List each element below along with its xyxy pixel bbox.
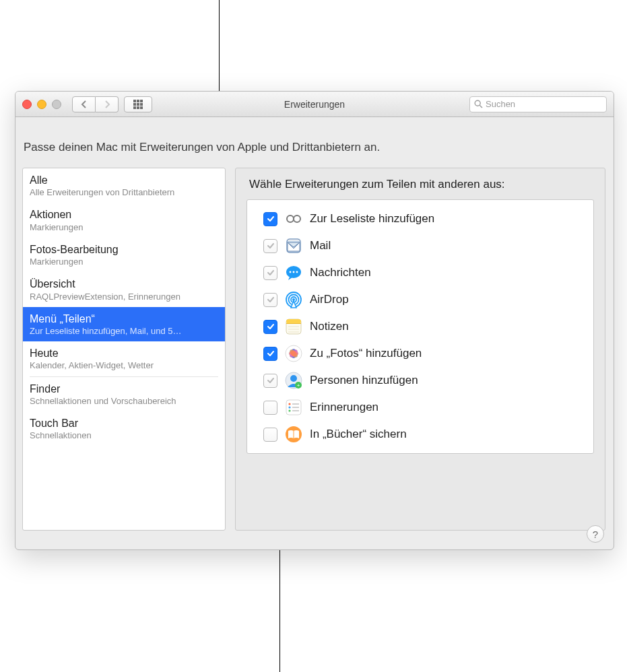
sidebar-item-touchbar[interactable]: Touch Bar Schnellaktionen xyxy=(23,411,225,446)
sidebar: Alle Alle Erweiterungen von Drittanbiete… xyxy=(22,168,226,531)
sidebar-item-photos-editing[interactable]: Fotos-Bearbeitung Markierungen xyxy=(23,238,225,272)
close-button[interactable] xyxy=(22,100,32,109)
preferences-window: Erweiterungen Suchen Passe deinen Mac mi… xyxy=(15,91,614,550)
extension-label: In „Bücher“ sichern xyxy=(310,428,407,441)
sidebar-item-subtitle: Markierungen xyxy=(30,222,218,233)
extension-label: Nachrichten xyxy=(310,266,371,279)
photos-icon xyxy=(284,344,303,363)
forward-button[interactable] xyxy=(96,96,119,112)
reminders-icon xyxy=(284,398,303,417)
svg-text:+: + xyxy=(297,382,300,389)
svg-rect-19 xyxy=(286,319,301,324)
extension-row-mail: Mail xyxy=(250,232,591,259)
sidebar-item-subtitle: Zur Leseliste hinzufügen, Mail, und 5… xyxy=(30,326,218,337)
svg-point-34 xyxy=(290,375,297,382)
svg-point-10 xyxy=(290,271,292,273)
sidebar-item-title: Finder xyxy=(30,382,218,395)
sidebar-item-actions[interactable]: Aktionen Markierungen xyxy=(23,203,225,237)
notes-icon xyxy=(284,317,303,336)
svg-point-39 xyxy=(288,406,290,408)
checkbox[interactable] xyxy=(263,293,277,307)
extension-row-messages: Nachrichten xyxy=(250,259,591,286)
extension-row-reminders: Erinnerungen xyxy=(250,394,591,421)
show-all-button[interactable] xyxy=(124,96,152,112)
extension-label: Notizen xyxy=(310,320,349,333)
checkbox[interactable] xyxy=(263,428,277,442)
titlebar: Erweiterungen Suchen xyxy=(15,92,614,117)
panel-heading: Wähle Erweiterungen zum Teilen mit ander… xyxy=(249,178,594,191)
checkbox[interactable] xyxy=(263,374,277,388)
search-input[interactable]: Suchen xyxy=(469,96,607,112)
svg-rect-20 xyxy=(286,323,301,324)
checkbox[interactable] xyxy=(263,320,277,334)
sidebar-item-finder[interactable]: Finder Schnellaktionen und Vorschauberei… xyxy=(23,377,225,411)
window-controls xyxy=(22,100,61,109)
extension-row-readinglist: Zur Leseliste hinzufügen xyxy=(250,205,591,232)
page-description: Passe deinen Mac mit Erweiterungen von A… xyxy=(24,141,380,154)
grid-icon xyxy=(133,100,143,109)
sidebar-item-subtitle: Schnellaktionen und Vorschaubereich xyxy=(30,396,218,407)
sidebar-item-share-menu[interactable]: Menü „Teilen“ Zur Leseliste hinzufügen, … xyxy=(23,307,225,341)
sidebar-item-all[interactable]: Alle Alle Erweiterungen von Drittanbiete… xyxy=(23,168,225,203)
extension-label: Zu „Fotos“ hinzufügen xyxy=(310,347,422,360)
extension-row-photos: Zu „Fotos“ hinzufügen xyxy=(250,340,591,367)
sidebar-item-title: Touch Bar xyxy=(30,417,218,430)
books-icon xyxy=(284,425,303,444)
zoom-button[interactable] xyxy=(52,100,61,109)
extension-label: Erinnerungen xyxy=(310,401,378,414)
detail-panel: Wähle Erweiterungen zum Teilen mit ander… xyxy=(235,168,605,531)
extension-label: Zur Leseliste hinzufügen xyxy=(310,212,434,226)
extension-row-contacts: + Personen hinzufügen xyxy=(250,367,591,394)
sidebar-item-subtitle: Schnellaktionen xyxy=(30,430,218,441)
sidebar-item-title: Menü „Teilen“ xyxy=(30,312,218,325)
extension-label: Personen hinzufügen xyxy=(310,374,418,387)
airdrop-icon xyxy=(284,290,303,309)
svg-point-3 xyxy=(294,215,300,222)
sidebar-item-title: Übersicht xyxy=(30,277,218,290)
svg-point-2 xyxy=(287,215,294,222)
svg-point-12 xyxy=(296,271,298,273)
svg-point-0 xyxy=(475,100,480,106)
checkbox[interactable] xyxy=(263,212,277,226)
sidebar-item-subtitle: RAQLPreviewExtension, Erinnerungen xyxy=(30,292,218,302)
extension-list: Zur Leseliste hinzufügen Mail Nachrichte… xyxy=(246,199,594,454)
minimize-button[interactable] xyxy=(37,100,46,109)
search-icon xyxy=(474,100,483,108)
sidebar-item-title: Aktionen xyxy=(30,208,218,221)
search-placeholder: Suchen xyxy=(486,99,515,109)
sidebar-item-today[interactable]: Heute Kalender, Aktien-Widget, Wetter xyxy=(23,341,225,376)
sidebar-item-title: Heute xyxy=(30,347,218,360)
extension-row-notes: Notizen xyxy=(250,313,591,340)
checkbox[interactable] xyxy=(263,239,277,253)
svg-point-38 xyxy=(288,403,290,405)
checkbox[interactable] xyxy=(263,266,277,280)
svg-line-1 xyxy=(480,105,482,108)
extension-row-books: In „Bücher“ sichern xyxy=(250,421,591,448)
glasses-icon xyxy=(284,209,303,228)
sidebar-item-subtitle: Kalender, Aktien-Widget, Wetter xyxy=(30,360,218,371)
svg-point-11 xyxy=(293,271,295,273)
sidebar-item-quicklook[interactable]: Übersicht RAQLPreviewExtension, Erinneru… xyxy=(23,272,225,306)
extension-label: Mail xyxy=(310,239,331,253)
sidebar-item-title: Fotos-Bearbeitung xyxy=(30,243,218,256)
contacts-icon: + xyxy=(284,371,303,390)
checkbox[interactable] xyxy=(263,401,277,415)
back-button[interactable] xyxy=(72,96,96,112)
help-button[interactable]: ? xyxy=(587,525,604,543)
extension-row-airdrop: AirDrop xyxy=(250,286,591,313)
messages-icon xyxy=(284,263,303,282)
sidebar-item-subtitle: Alle Erweiterungen von Drittanbietern xyxy=(30,187,218,198)
svg-point-40 xyxy=(288,409,290,411)
sidebar-item-title: Alle xyxy=(30,174,218,187)
extension-label: AirDrop xyxy=(310,293,349,306)
mail-icon xyxy=(284,236,303,255)
sidebar-item-subtitle: Markierungen xyxy=(30,257,218,267)
checkbox[interactable] xyxy=(263,347,277,361)
nav-group xyxy=(72,96,119,112)
